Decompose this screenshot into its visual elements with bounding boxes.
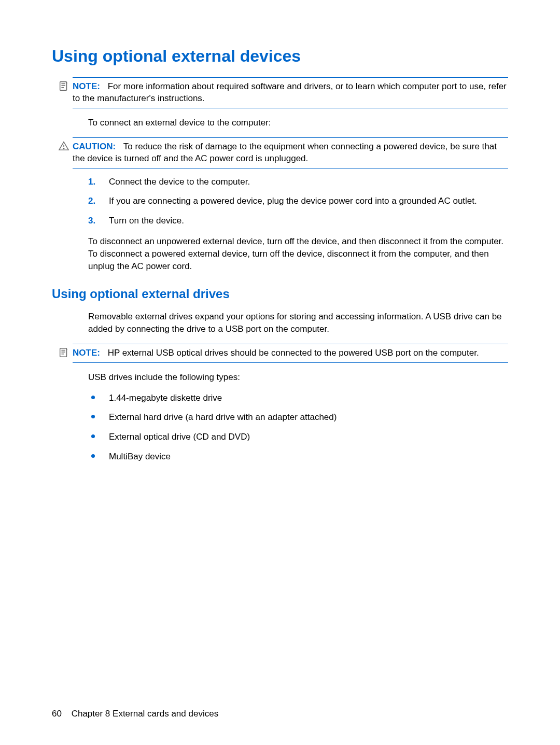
paragraph-usb-types: USB drives include the following types: <box>88 371 508 384</box>
list-item: External optical drive (CD and DVD) <box>88 431 508 443</box>
svg-point-2 <box>63 148 64 149</box>
note-icon <box>58 347 69 358</box>
step-item: Turn on the device. <box>88 215 508 227</box>
paragraph-disconnect: To disconnect an unpowered external devi… <box>88 235 508 272</box>
note-callout-2: NOTE: HP external USB optical drives sho… <box>73 344 508 363</box>
section-heading-drives: Using optional external drives <box>52 287 508 301</box>
note-text: For more information about required soft… <box>73 81 507 103</box>
page-number: 60 <box>52 709 62 719</box>
note-callout-1: NOTE: For more information about require… <box>73 77 508 108</box>
paragraph-connect-intro: To connect an external device to the com… <box>88 117 508 129</box>
svg-rect-0 <box>60 82 67 91</box>
step-item: Connect the device to the computer. <box>88 176 508 188</box>
svg-rect-3 <box>60 348 67 357</box>
page-footer: 60 Chapter 8 External cards and devices <box>52 709 218 719</box>
note-text: HP external USB optical drives should be… <box>108 348 479 358</box>
caution-icon <box>58 140 69 152</box>
chapter-label: Chapter 8 External cards and devices <box>72 709 219 719</box>
paragraph-drives-intro: Removable external drives expand your op… <box>88 311 508 335</box>
note-label: NOTE: <box>73 348 100 358</box>
steps-list: Connect the device to the computer. If y… <box>88 176 508 227</box>
caution-text: To reduce the risk of damage to the equi… <box>73 142 497 163</box>
step-item: If you are connecting a powered device, … <box>88 195 508 207</box>
list-item: MultiBay device <box>88 451 508 463</box>
note-label: NOTE: <box>73 81 100 91</box>
page-title: Using optional external devices <box>52 47 508 66</box>
bullet-list: 1.44-megabyte diskette drive External ha… <box>88 392 508 463</box>
note-icon <box>58 80 69 92</box>
caution-label: CAUTION: <box>73 142 116 151</box>
caution-callout: CAUTION: To reduce the risk of damage to… <box>73 137 508 168</box>
list-item: External hard drive (a hard drive with a… <box>88 411 508 424</box>
list-item: 1.44-megabyte diskette drive <box>88 392 508 404</box>
